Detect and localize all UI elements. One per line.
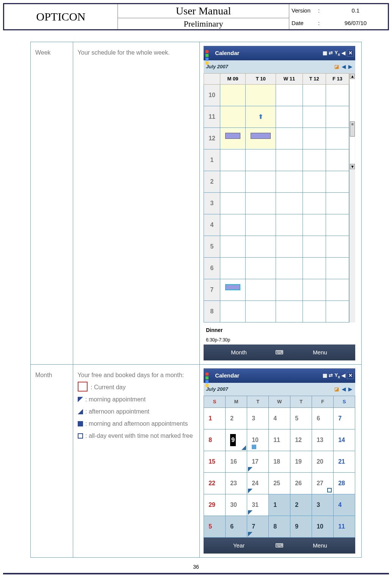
close-icon[interactable]: ✕ [347, 50, 354, 57]
doc-subtitle: Preliminary [118, 18, 289, 30]
page-number: 36 [0, 564, 392, 570]
current-day-icon [78, 382, 88, 392]
appointment-time: 6:30p-7:30p [206, 335, 353, 344]
day-header[interactable]: W 11 [276, 74, 303, 85]
doc-title: User Manual [118, 4, 289, 18]
screenshot-week: Calendar ▦ ⇄ Yx ◀ ✕ July 2007 ◪ ◀ ▶ [200, 42, 362, 365]
scroll-down-icon[interactable]: ▼ [350, 164, 355, 169]
titlebar: Calendar ▦ ⇄ Yx ◀ ✕ [204, 368, 355, 383]
signal-icon: Yx [334, 370, 340, 381]
appointment-block[interactable] [251, 133, 271, 139]
page-header: OPTICON User Manual Preliminary Version … [3, 3, 389, 30]
day-header[interactable]: T 12 [303, 74, 326, 85]
start-icon[interactable] [205, 372, 212, 379]
view-name-month: Month [31, 365, 73, 558]
date-label: Date [292, 20, 318, 26]
day-header[interactable]: F 13 [326, 74, 349, 85]
keyboard-icon[interactable]: ⌨ [272, 540, 287, 551]
month-label: July 2007 [206, 62, 228, 72]
table-row: Month Your free and booked days for a mo… [31, 365, 362, 558]
scroll-thumb[interactable]: ≡ [350, 121, 355, 137]
next-icon[interactable]: ▶ [348, 386, 353, 392]
allday-icon [78, 433, 83, 439]
titlebar: Calendar ▦ ⇄ Yx ◀ ✕ [204, 46, 355, 60]
footer-divider [3, 573, 389, 574]
today-cell[interactable]: 9 [226, 429, 247, 451]
app-title: Calendar [215, 47, 239, 59]
notification-icon[interactable]: ▦ [323, 371, 327, 381]
prev-icon[interactable]: ◀ [342, 386, 347, 392]
app-title: Calendar [215, 370, 239, 381]
left-softkey[interactable]: Year [206, 540, 272, 551]
day-header[interactable]: T 10 [246, 74, 276, 85]
table-row: Week Your schedule for the whole week. C… [31, 42, 362, 365]
sync-icon[interactable]: ⇄ [329, 48, 333, 58]
close-icon[interactable]: ✕ [347, 372, 354, 379]
volume-icon[interactable]: ◀ [342, 371, 345, 381]
date-value: 96/07/10 [326, 20, 386, 26]
layer-icon[interactable]: ◪ [334, 64, 340, 69]
layer-icon[interactable]: ◪ [334, 386, 340, 392]
scroll-up-icon[interactable]: ▲ [350, 74, 355, 79]
month-grid[interactable]: S M T W T F S 1 2 3 4 [204, 396, 355, 538]
signal-icon: Yx [334, 48, 340, 58]
keyboard-icon[interactable]: ⌨ [272, 347, 287, 358]
appointment-title: Dinner [206, 325, 353, 335]
sync-icon[interactable]: ⇄ [329, 371, 333, 381]
next-icon[interactable]: ▶ [348, 64, 353, 69]
right-softkey[interactable]: Menu [287, 347, 353, 358]
day-header[interactable]: M 09 [220, 74, 245, 85]
volume-icon[interactable]: ◀ [342, 48, 345, 58]
view-name-week: Week [31, 42, 73, 365]
afternoon-icon [78, 409, 83, 414]
brand: OPTICON [4, 4, 118, 29]
view-desc-week: Your schedule for the whole week. [73, 42, 200, 365]
right-softkey[interactable]: Menu [287, 540, 353, 551]
month-label: July 2007 [206, 384, 228, 394]
version-value: 0.1 [326, 7, 386, 14]
both-icon [78, 421, 83, 426]
week-grid[interactable]: M 09 T 10 W 11 T 12 F 13 10 11⬆ 12 1 2 [204, 73, 355, 322]
notification-icon[interactable]: ▦ [323, 48, 327, 58]
left-softkey[interactable]: Month [206, 347, 272, 358]
scrollbar[interactable]: ▲ ≡ ▼ [349, 73, 355, 322]
start-icon[interactable] [205, 50, 212, 57]
up-arrow-icon: ⬆ [258, 113, 263, 120]
selected-appointment-block[interactable] [225, 284, 240, 290]
prev-icon[interactable]: ◀ [342, 64, 347, 69]
view-desc-month: Your free and booked days for a month: :… [73, 365, 200, 558]
morning-icon [78, 397, 83, 402]
version-label: Version [292, 7, 318, 14]
appointment-block[interactable] [225, 133, 240, 139]
screenshot-month: Calendar ▦ ⇄ Yx ◀ ✕ July 2007 ◪ ◀ ▶ [200, 365, 362, 558]
views-table: Week Your schedule for the whole week. C… [30, 42, 362, 558]
